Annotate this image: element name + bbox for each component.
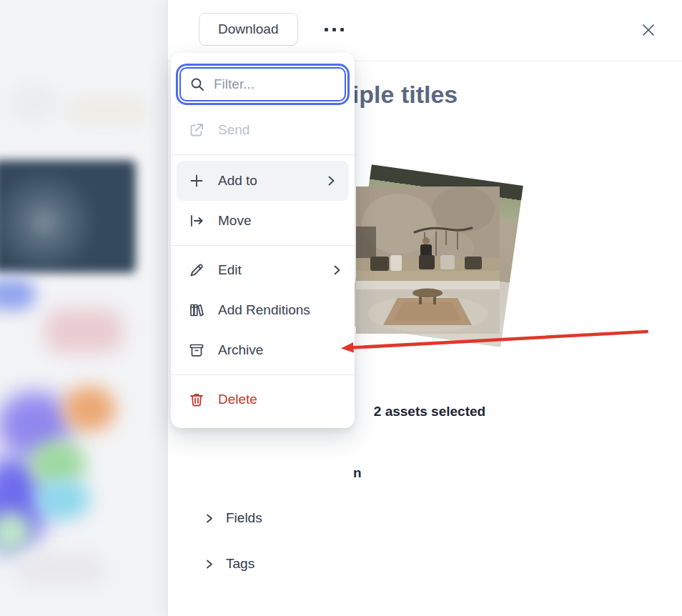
bg-thumbnail-blur (0, 160, 136, 273)
ellipsis-icon (325, 28, 328, 31)
chevron-right-icon (204, 513, 214, 524)
chevron-right-icon (204, 559, 214, 570)
menu-item-edit[interactable]: Edit (171, 252, 355, 289)
asset-thumbnail-front (356, 187, 500, 334)
more-options-button[interactable] (318, 19, 350, 39)
bg-blob (66, 96, 149, 126)
filter-field (179, 67, 346, 101)
ellipsis-icon (332, 28, 336, 31)
obscured-text-fragment: n (353, 465, 362, 481)
bg-blob (63, 386, 116, 432)
section-fields[interactable]: Fields (204, 510, 262, 526)
bg-blob (44, 309, 123, 353)
menu-item-label: Send (218, 122, 343, 138)
chevron-right-icon (325, 174, 337, 187)
section-label: Fields (226, 510, 262, 526)
bg-blob (10, 84, 57, 121)
bg-blob (0, 279, 36, 310)
selection-status: 2 assets selected (358, 404, 501, 419)
menu-item-label: Add to (218, 173, 312, 189)
menu-item-label: Add Renditions (218, 302, 343, 318)
section-label: Tags (226, 556, 254, 572)
menu-item-delete[interactable]: Delete (171, 381, 355, 418)
menu-item-label: Move (218, 213, 343, 229)
share-icon (188, 121, 205, 139)
menu-divider (171, 374, 355, 375)
pencil-icon (188, 262, 205, 279)
menu-item-move[interactable]: Move (171, 202, 355, 239)
close-icon (641, 22, 656, 38)
bg-blob (14, 552, 106, 587)
section-tags[interactable]: Tags (204, 556, 254, 572)
menu-item-label: Edit (218, 262, 317, 278)
menu-item-add-renditions[interactable]: Add Renditions (171, 289, 355, 332)
menu-item-label: Archive (218, 342, 343, 358)
move-icon (188, 212, 205, 229)
filter-input[interactable] (179, 67, 346, 101)
menu-divider (171, 154, 355, 155)
books-icon (188, 302, 205, 319)
plus-icon (188, 172, 205, 189)
menu-divider (171, 245, 355, 246)
close-button[interactable] (638, 20, 658, 40)
screen: Download Multiple titles (0, 0, 682, 616)
download-button[interactable]: Download (199, 13, 298, 46)
bg-blob (34, 479, 90, 520)
menu-item-archive[interactable]: Archive (171, 332, 355, 369)
menu-item-send: Send (171, 111, 355, 149)
menu-item-label: Delete (218, 392, 343, 407)
menu-item-add-to[interactable]: Add to (177, 161, 349, 201)
ellipsis-icon (340, 28, 344, 31)
trash-icon (188, 391, 205, 408)
chevron-right-icon (330, 264, 343, 277)
archive-icon (188, 342, 205, 359)
context-menu: Send Add to Move (171, 53, 355, 428)
